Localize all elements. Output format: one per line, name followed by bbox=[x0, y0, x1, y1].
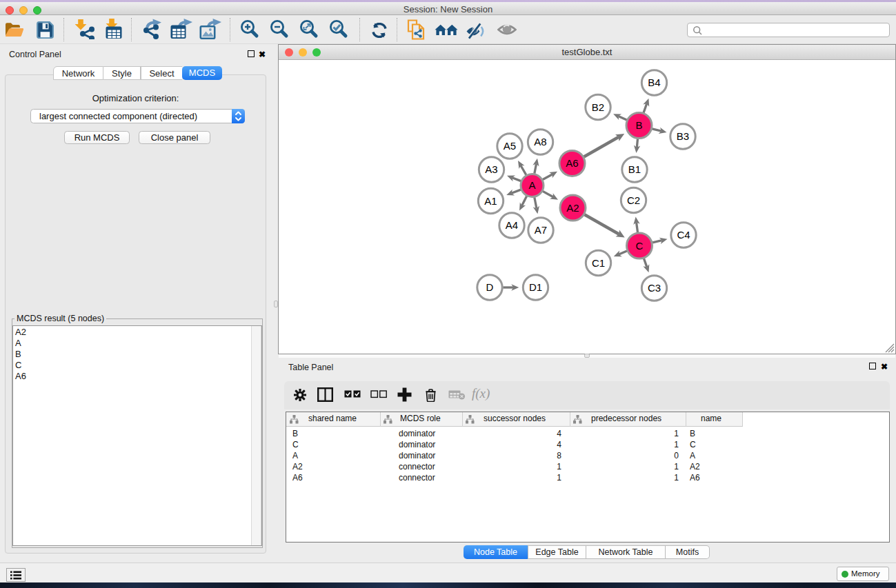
svg-text:B3: B3 bbox=[677, 130, 689, 142]
svg-text:A: A bbox=[528, 179, 535, 191]
svg-text:A3: A3 bbox=[485, 163, 497, 175]
svg-text:C1: C1 bbox=[592, 257, 605, 269]
svg-text:A1: A1 bbox=[484, 195, 497, 207]
svg-text:A7: A7 bbox=[535, 224, 547, 236]
svg-text:B4: B4 bbox=[648, 77, 660, 88]
svg-text:C3: C3 bbox=[648, 282, 661, 294]
svg-text:A6: A6 bbox=[566, 157, 578, 169]
svg-text:D1: D1 bbox=[529, 281, 542, 293]
svg-text:A8: A8 bbox=[534, 136, 546, 148]
svg-text:A4: A4 bbox=[506, 219, 518, 231]
svg-text:C2: C2 bbox=[627, 194, 640, 206]
svg-text:A2: A2 bbox=[566, 202, 579, 214]
svg-text:B1: B1 bbox=[628, 163, 641, 175]
svg-text:B: B bbox=[635, 119, 642, 131]
svg-text:D: D bbox=[486, 281, 494, 293]
svg-text:C: C bbox=[636, 240, 644, 252]
svg-text:B2: B2 bbox=[592, 101, 604, 113]
svg-text:C4: C4 bbox=[677, 229, 690, 241]
svg-text:A5: A5 bbox=[504, 140, 516, 152]
